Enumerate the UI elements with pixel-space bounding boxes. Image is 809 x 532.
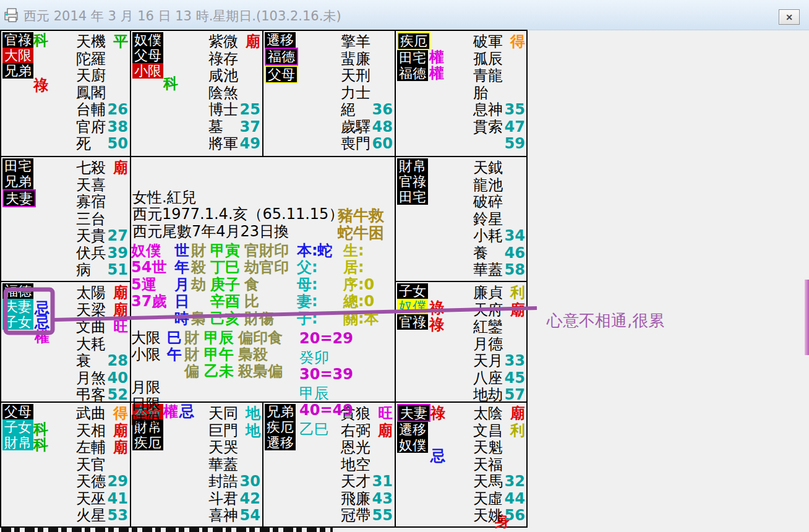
palace-cell-wei[interactable]: 遷移福德父母擎羊蜚廉天刑力士絕36歲驛48喪門60 xyxy=(263,31,395,155)
palace-cell-si[interactable]: 官祿大限兄弟科祿天機平陀羅天廚鳳閣台輔26官府38死50 xyxy=(1,31,130,155)
star-name: 天虛 xyxy=(473,491,503,508)
star-value: 50 xyxy=(108,135,128,153)
star-name: 台輔 xyxy=(76,101,106,119)
star-name: 喜神 xyxy=(208,507,238,525)
star-row: 三台 xyxy=(76,211,128,228)
star-value: 42 xyxy=(240,491,260,508)
zodiac-note: 蛇牛困 xyxy=(338,223,384,243)
star-name: 祿存 xyxy=(208,51,238,68)
star-list: 武曲得天相廟左輔廟天官天德29天巫41火星53 xyxy=(76,405,128,525)
pillar-cycle: 時 xyxy=(174,311,189,327)
star-value: 38 xyxy=(108,119,128,136)
app-icon[interactable] xyxy=(4,7,20,22)
close-button[interactable]: ✕ xyxy=(779,9,800,25)
star-name: 天哭 xyxy=(208,439,238,457)
star-name: 天福 xyxy=(473,457,503,474)
pillar-cycle: 日 xyxy=(174,293,189,309)
pillar-left: 奴僕 xyxy=(131,242,161,259)
pillar-pre: 財 xyxy=(191,242,206,259)
star-name: 天巫 xyxy=(76,491,106,508)
palace-label: 小限 xyxy=(132,63,163,79)
palace-cell-chen[interactable]: 田宅兄弟夫妻七殺廟天喜寡宿三台天貴27伏兵39病51 xyxy=(1,157,130,281)
star-value: 55 xyxy=(372,507,393,525)
pillar-kin: 子: xyxy=(297,311,318,327)
palace-cell-yin[interactable]: 父母子女財帛科科武曲得天相廟左輔廟天官天德29天巫41火星53 xyxy=(1,403,130,526)
star-row: 伏兵39 xyxy=(76,245,128,262)
star-name: 紅鑾 xyxy=(473,319,503,336)
pillar-row: 37歲日辛酉比妻:總:0 xyxy=(131,293,395,310)
star-value: 36 xyxy=(372,101,393,119)
limit-stem: 甲午 xyxy=(204,346,234,363)
star-value: 26 xyxy=(108,101,128,119)
star-row: 天喜 xyxy=(76,177,128,194)
star-name: 龍池 xyxy=(473,177,503,194)
title-bar: 西元 2014 年 3 月 16 日 13 時.星期日.(103.2.16.未)… xyxy=(0,0,809,30)
star-row: 弔客52 xyxy=(76,387,128,404)
star-row: 破軍得 xyxy=(473,33,525,51)
star-name: 斗君 xyxy=(208,491,238,508)
star-name: 地劫 xyxy=(473,387,503,404)
star-name: 天廚 xyxy=(76,67,106,85)
person-info: 女性.紅兒 xyxy=(132,189,197,205)
star-row: 華蓋 xyxy=(208,457,260,474)
star-row: 台輔26 xyxy=(76,101,128,119)
palace-cell-mao[interactable]: 福德夫妻子女忌忌權太陽廟天梁廟文曲旺大耗衰28月煞40弔客52 xyxy=(1,282,130,401)
star-name: 天相 xyxy=(76,423,106,440)
pillar-extra: 關:本 xyxy=(343,311,379,327)
transform-mark: 權 xyxy=(429,66,444,80)
decade-stem: 甲辰 xyxy=(299,384,329,403)
star-row: 天刑 xyxy=(341,67,393,85)
limit-row: 時限 xyxy=(131,413,395,429)
star-name: 太陽 xyxy=(76,285,106,302)
star-name: 天官 xyxy=(76,457,106,474)
pillar-left: 37歲 xyxy=(131,293,166,309)
star-row: 天官 xyxy=(76,457,128,474)
palace-cell-you[interactable]: 財帛官祿田宅天鉞龍池破碎鈴星小耗34養46華蓋58 xyxy=(396,157,527,281)
star-name: 大耗 xyxy=(76,336,106,353)
limit-row: 大限巳財甲辰偏印食 xyxy=(131,330,395,346)
star-value: 53 xyxy=(108,507,128,525)
star-value: 25 xyxy=(240,101,260,119)
palace-label: 父母 xyxy=(132,48,163,63)
limit-stem: 乙未 xyxy=(204,363,234,379)
palace-label: 財帛 xyxy=(2,435,33,450)
star-row: 天姚56 xyxy=(473,507,525,525)
star-row: 天機平 xyxy=(76,33,128,51)
star-row: 喪門60 xyxy=(341,135,393,153)
star-row: 天才31 xyxy=(341,473,393,491)
palace-cell-shen[interactable]: 疾厄田宅福德權權破軍得孤辰青龍胎息神35貫索4759 xyxy=(396,31,527,155)
star-row: 文曲旺 xyxy=(76,319,128,336)
palace-labels: 父母子女財帛 xyxy=(2,404,33,450)
star-row: 天廚 xyxy=(76,67,128,85)
star-row: 喜神54 xyxy=(208,507,260,525)
star-name: 天刑 xyxy=(341,67,370,85)
star-name: 貫索 xyxy=(473,119,503,136)
star-name: 三台 xyxy=(76,211,106,228)
pillar-left: 54世 xyxy=(131,259,166,275)
transform-mark: 忌 xyxy=(430,448,445,463)
palace-label: 子女 xyxy=(2,419,33,435)
palace-cell-hai[interactable]: 夫妻遷移奴僕祿忌身太陰廟文昌利天魁天福天馬32天虛44天姚56 xyxy=(396,403,527,526)
decade-stem: 癸卯 xyxy=(299,348,329,367)
palace-label: 福德 xyxy=(265,48,298,66)
palace-label: 兄弟 xyxy=(2,63,33,79)
star-value: 得 xyxy=(510,33,525,51)
star-name: 絕 xyxy=(341,101,356,119)
star-value: 利 xyxy=(510,285,525,302)
star-row: 天貴27 xyxy=(76,228,128,245)
star-row: 天馬32 xyxy=(473,473,525,491)
palace-label: 疾厄 xyxy=(397,32,430,50)
star-row: 官府38 xyxy=(76,119,128,136)
star-name: 太陰 xyxy=(473,405,503,423)
star-row: 蜚廉 xyxy=(341,51,393,68)
star-list: 破軍得孤辰青龍胎息神35貫索4759 xyxy=(473,33,525,153)
star-value: 廟 xyxy=(113,439,128,457)
palace-label: 父母 xyxy=(265,66,298,84)
pillar-post: 劫官印 xyxy=(244,259,289,275)
star-value: 52 xyxy=(108,387,128,404)
star-value: 32 xyxy=(505,473,525,491)
star-name: 文昌 xyxy=(473,423,503,440)
star-row: 衰28 xyxy=(76,353,128,370)
palace-cell-wu[interactable]: 奴僕父母小限科紫微廟祿存咸池陰煞博士25墓37將軍49 xyxy=(131,31,262,155)
palace-cell-xu[interactable]: 子女奴僕官祿祿祿廉貞利天府廟紅鑾月德天月33八座45地劫57 xyxy=(396,282,527,401)
